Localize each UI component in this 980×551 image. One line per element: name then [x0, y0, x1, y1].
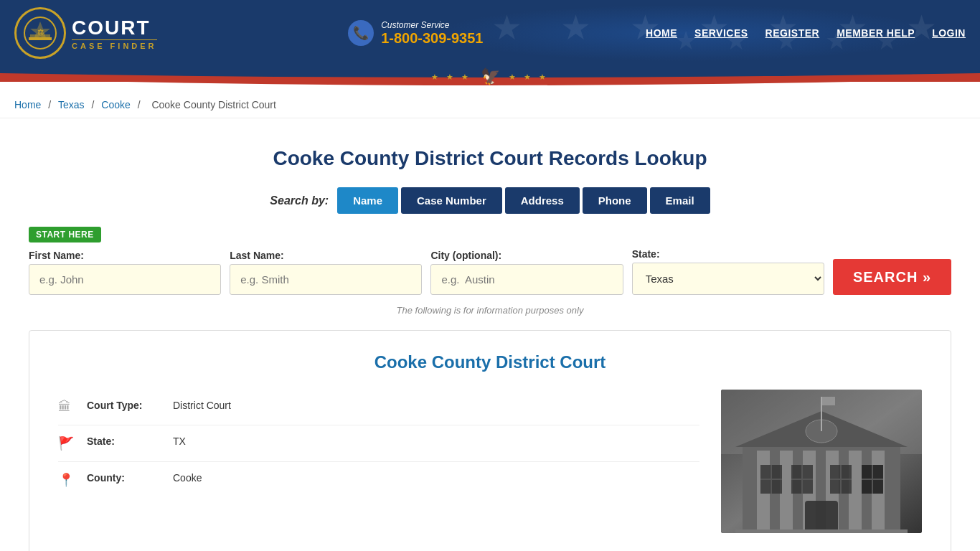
nav-home[interactable]: HOME — [646, 27, 677, 39]
breadcrumb-sep-2: / — [92, 99, 98, 110]
tab-case-number[interactable]: Case Number — [401, 187, 502, 214]
cs-text: Customer Service 1-800-309-9351 — [381, 20, 483, 47]
tab-phone[interactable]: Phone — [583, 187, 647, 214]
search-form-area: START HERE First Name: Last Name: City (… — [29, 227, 951, 295]
search-button-label: SEARCH » — [853, 269, 931, 286]
start-here-badge: START HERE — [29, 227, 101, 242]
info-row-county: 📍 County: Cooke — [58, 462, 699, 498]
info-table: 🏛 Court Type: District Court 🚩 State: TX… — [58, 390, 699, 533]
location-icon: 📍 — [58, 472, 78, 488]
ribbon-center: ★ ★ ★ 🦅 ★ ★ ★ — [431, 67, 548, 86]
first-name-input[interactable] — [29, 264, 221, 295]
main-content: Cooke County District Court Records Look… — [0, 118, 980, 551]
site-header: ★ ★ ★ ★ ★ ★ ★ ★ ★ ★ ★ ★ ⚖ COURT CASE FIN… — [0, 0, 980, 66]
last-name-input[interactable] — [230, 264, 422, 295]
building-icon: 🏛 — [58, 400, 78, 415]
customer-service-area: 📞 Customer Service 1-800-309-9351 — [348, 20, 483, 47]
search-by-row: Search by: Name Case Number Address Phon… — [29, 187, 951, 214]
first-name-label: First Name: — [29, 250, 221, 261]
cs-phone: 1-800-309-9351 — [381, 30, 483, 47]
county-info-label: County: — [87, 472, 173, 484]
nav-member-help[interactable]: MEMBER HELP — [837, 27, 915, 39]
disclaimer-text: The following is for information purpose… — [29, 305, 951, 316]
logo-circle: ⚖ — [14, 7, 66, 59]
nav-register[interactable]: REGISTER — [765, 27, 820, 39]
search-button[interactable]: SEARCH » — [833, 259, 951, 295]
info-row-court-type: 🏛 Court Type: District Court — [58, 390, 699, 425]
breadcrumb-cooke[interactable]: Cooke — [101, 99, 130, 110]
info-card: Cooke County District Court 🏛 Court Type… — [29, 330, 951, 551]
logo-court-text: COURT — [72, 17, 157, 39]
breadcrumb-sep-3: / — [138, 99, 143, 110]
court-building-illustration — [721, 390, 922, 533]
ribbon-stars-left: ★ ★ ★ — [431, 72, 471, 82]
city-label: City (optional): — [430, 250, 623, 261]
first-name-group: First Name: — [29, 250, 221, 295]
state-label: State: — [632, 248, 824, 260]
svg-text:⚖: ⚖ — [37, 28, 44, 36]
nav-login[interactable]: LOGIN — [932, 27, 966, 39]
state-info-value: TX — [173, 435, 186, 447]
last-name-label: Last Name: — [230, 250, 422, 261]
info-card-body: 🏛 Court Type: District Court 🚩 State: TX… — [58, 390, 922, 533]
state-group: State: AlabamaAlaskaArizonaArkansas Cali… — [632, 248, 824, 295]
svg-rect-32 — [822, 397, 835, 405]
ribbon-eagle: 🦅 — [481, 67, 500, 86]
page-title: Cooke County District Court Records Look… — [29, 147, 951, 170]
tab-email[interactable]: Email — [650, 187, 710, 214]
state-info-label: State: — [87, 435, 173, 447]
tab-name[interactable]: Name — [337, 187, 398, 214]
breadcrumb: Home / Texas / Cooke / Cooke County Dist… — [0, 92, 980, 118]
state-select[interactable]: AlabamaAlaskaArizonaArkansas CaliforniaC… — [632, 263, 824, 295]
breadcrumb-sep-1: / — [48, 99, 54, 110]
tab-address[interactable]: Address — [505, 187, 580, 214]
svg-rect-28 — [805, 501, 838, 533]
breadcrumb-texas[interactable]: Texas — [58, 99, 85, 110]
breadcrumb-home[interactable]: Home — [14, 99, 41, 110]
svg-rect-29 — [735, 529, 908, 533]
ribbon-stars-right: ★ ★ ★ — [509, 72, 549, 82]
search-form: First Name: Last Name: City (optional): … — [29, 248, 951, 295]
flag-icon: 🚩 — [58, 435, 78, 451]
county-info-value: Cooke — [173, 472, 202, 484]
court-type-value: District Court — [173, 400, 231, 411]
info-row-state: 🚩 State: TX — [58, 425, 699, 462]
ribbon-area: ★ ★ ★ 🦅 ★ ★ ★ — [0, 66, 980, 92]
phone-icon: 📞 — [348, 20, 374, 46]
last-name-group: Last Name: — [230, 250, 422, 295]
court-image — [721, 390, 922, 533]
court-type-label: Court Type: — [87, 400, 173, 411]
main-nav: HOME SERVICES REGISTER MEMBER HELP LOGIN — [646, 27, 966, 39]
nav-services[interactable]: SERVICES — [694, 27, 748, 39]
city-input[interactable] — [430, 264, 623, 295]
logo-text: COURT CASE FINDER — [72, 17, 157, 50]
city-group: City (optional): — [430, 250, 623, 295]
logo-area: ⚖ COURT CASE FINDER — [14, 7, 157, 59]
search-by-label: Search by: — [270, 194, 329, 207]
breadcrumb-current: Cooke County District Court — [151, 99, 276, 110]
info-card-title: Cooke County District Court — [58, 352, 922, 372]
cs-label: Customer Service — [381, 20, 483, 30]
svg-rect-1 — [29, 37, 52, 40]
logo-case-finder-text: CASE FINDER — [72, 39, 157, 50]
